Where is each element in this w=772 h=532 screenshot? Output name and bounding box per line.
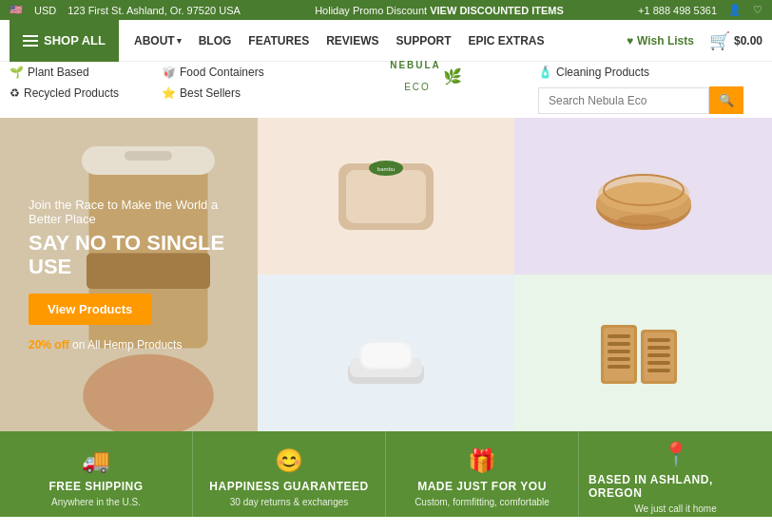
hero-text: Join the Race to Make the World a Better… — [29, 198, 229, 351]
wishlist-button[interactable]: ♥ Wish Lists — [627, 34, 694, 48]
currency-selector[interactable]: USD — [34, 5, 56, 16]
hero-product-bowl[interactable] — [514, 118, 772, 275]
heart-icon[interactable]: ♡ — [753, 4, 762, 16]
svg-point-12 — [604, 175, 684, 205]
feature-happiness: 😊 HAPPINESS GUARANTEED 30 day returns & … — [193, 431, 386, 517]
top-bar-center: Holiday Promo Discount VIEW DISCOUNTED I… — [241, 5, 638, 16]
nav-blog[interactable]: BLOG — [199, 34, 232, 48]
logo-leaf-icon: 🌿 — [443, 67, 462, 86]
svg-rect-31 — [647, 369, 670, 372]
address: 123 First St. Ashland, Or. 97520 USA — [68, 5, 241, 16]
promo-text: Holiday Promo Discount — [315, 5, 430, 16]
cart-icon: 🛒 — [709, 30, 730, 51]
hamburger-icon — [23, 35, 38, 47]
nav-right: ♥ Wish Lists 🛒 $0.00 — [627, 30, 762, 51]
nav-epic-extras[interactable]: EPIC EXTRAS — [469, 34, 545, 48]
hero-main: Join the Race to Make the World a Better… — [0, 118, 258, 431]
feature-location-sub: We just call it home — [634, 504, 717, 514]
logo-sub: ECO — [404, 82, 431, 92]
secondary-col2: 🥡 Food Containers ⭐ Best Sellers — [162, 66, 314, 100]
cart-button[interactable]: 🛒 $0.00 — [709, 30, 762, 51]
star-icon: ⭐ — [162, 86, 176, 100]
hero-title: SAY NO TO SINGLE USE — [29, 232, 229, 277]
discount-text: on All Hemp Products — [69, 338, 183, 352]
svg-rect-23 — [608, 357, 630, 361]
svg-rect-28 — [647, 346, 670, 350]
feature-custom-title: MADE JUST FOR YOU — [417, 480, 547, 493]
svg-rect-17 — [361, 343, 411, 368]
secondary-col1: 🌱 Plant Based ♻ Recycled Products — [10, 66, 162, 100]
top-bar-left: 🇺🇸 USD 123 First St. Ashland, Or. 97520 … — [10, 4, 241, 16]
bambu-plate-image: bambu — [324, 144, 448, 249]
location-icon: 📍 — [662, 441, 690, 467]
feature-shipping: 🚚 FREE SHIPPING Anywhere in the U.S. — [0, 431, 193, 517]
site-logo[interactable]: NEBULA — [390, 66, 441, 70]
feature-happiness-title: HAPPINESS GUARANTEED — [209, 480, 368, 493]
hero-discount: 20% off on All Hemp Products — [29, 338, 229, 352]
leaf-icon: 🌱 — [10, 66, 24, 79]
svg-rect-21 — [608, 342, 630, 346]
gift-icon: 🎁 — [468, 447, 496, 474]
search-button[interactable]: 🔍 — [709, 86, 743, 114]
food-icon: 🥡 — [162, 66, 176, 79]
nav-food-containers[interactable]: 🥡 Food Containers — [162, 66, 314, 79]
logo-area: NEBULA 🌿 ECO — [314, 66, 538, 96]
user-icon[interactable]: 👤 — [728, 4, 742, 16]
svg-rect-6 — [346, 170, 426, 223]
flag-icon: 🇺🇸 — [10, 4, 23, 16]
hero-product-bambu[interactable]: bambu — [258, 118, 515, 275]
feature-location: 📍 BASED IN ASHLAND, OREGON We just call … — [579, 431, 772, 517]
svg-rect-4 — [125, 151, 172, 161]
truck-icon: 🚚 — [82, 447, 110, 474]
main-nav: SHOP ALL ABOUT ▾ BLOG FEATURES REVIEWS S… — [0, 20, 772, 62]
logo-text: NEBULA — [390, 60, 441, 70]
shop-all-button[interactable]: SHOP ALL — [10, 20, 119, 62]
recycle-icon: ♻ — [10, 86, 20, 100]
features-bar: 🚚 FREE SHIPPING Anywhere in the U.S. 😊 H… — [0, 431, 772, 517]
feature-location-title: BASED IN ASHLAND, OREGON — [589, 473, 762, 500]
nav-support[interactable]: SUPPORT — [396, 34, 451, 48]
svg-point-13 — [617, 215, 670, 226]
nav-cleaning[interactable]: 🧴 Cleaning Products — [538, 66, 649, 79]
top-bar-right: +1 888 498 5361 👤 ♡ — [638, 4, 762, 16]
wooden-bowl-image — [582, 144, 705, 249]
secondary-combined-row: 🌱 Plant Based ♻ Recycled Products 🥡 Food… — [0, 62, 772, 118]
smile-icon: 😊 — [275, 447, 303, 474]
wishlist-label: Wish Lists — [637, 34, 694, 48]
nav-plant-based[interactable]: 🌱 Plant Based — [10, 66, 162, 79]
cart-total: $0.00 — [734, 34, 762, 48]
nav-features[interactable]: FEATURES — [248, 34, 309, 48]
svg-rect-20 — [608, 334, 630, 338]
svg-text:bambu: bambu — [377, 166, 395, 172]
shop-all-label: SHOP ALL — [44, 33, 106, 48]
nav-reviews[interactable]: REVIEWS — [326, 34, 378, 48]
phone-number: +1 888 498 5361 — [638, 5, 717, 16]
cleaning-icon: 🧴 — [538, 66, 552, 79]
feature-shipping-sub: Anywhere in the U.S. — [51, 497, 141, 507]
svg-rect-30 — [647, 361, 670, 365]
feature-custom-sub: Custom, formfitting, comfortable — [415, 497, 550, 507]
soap-dish-image — [324, 301, 448, 406]
promo-link[interactable]: VIEW DISCOUNTED ITEMS — [430, 5, 564, 16]
heart-filled-icon: ♥ — [627, 34, 633, 48]
search-input[interactable] — [538, 87, 709, 114]
discount-amount: 20% off — [29, 338, 69, 352]
hero-product-rack[interactable] — [514, 275, 772, 431]
hero-subtitle: Join the Race to Make the World a Better… — [29, 198, 229, 226]
nav-recycled[interactable]: ♻ Recycled Products — [10, 86, 162, 100]
chevron-down-icon: ▾ — [177, 36, 182, 46]
svg-rect-29 — [647, 353, 670, 357]
view-products-button[interactable]: View Products — [29, 294, 151, 325]
svg-point-0 — [83, 354, 214, 431]
svg-rect-27 — [647, 338, 670, 342]
feature-custom: 🎁 MADE JUST FOR YOU Custom, formfitting,… — [386, 431, 579, 517]
nav-best-sellers[interactable]: ⭐ Best Sellers — [162, 86, 314, 100]
nav-links: ABOUT ▾ BLOG FEATURES REVIEWS SUPPORT EP… — [134, 34, 627, 48]
hero-section: Join the Race to Make the World a Better… — [0, 118, 772, 431]
feature-shipping-title: FREE SHIPPING — [48, 480, 143, 493]
search-icon: 🔍 — [719, 93, 734, 107]
nav-about[interactable]: ABOUT ▾ — [134, 34, 182, 48]
hero-product-soap[interactable] — [258, 275, 515, 431]
wooden-rack-image — [582, 301, 705, 406]
top-bar: 🇺🇸 USD 123 First St. Ashland, Or. 97520 … — [0, 0, 772, 20]
